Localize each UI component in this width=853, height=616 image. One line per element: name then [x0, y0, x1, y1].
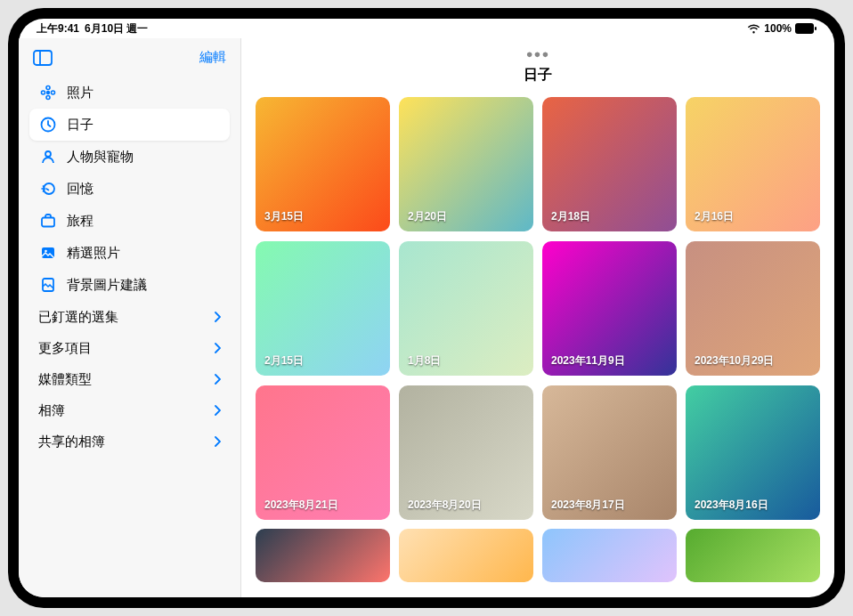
- sidebar-item-photos[interactable]: 照片: [29, 77, 230, 109]
- svg-rect-0: [795, 23, 814, 34]
- sidebar-group-label: 更多項目: [38, 340, 92, 357]
- sidebar-item-label: 背景圖片建議: [67, 277, 147, 294]
- svg-rect-12: [42, 218, 54, 227]
- edit-button[interactable]: 編輯: [199, 49, 226, 66]
- photo-tile[interactable]: 3月15日: [256, 97, 390, 231]
- chevron-right-icon: [214, 310, 221, 325]
- svg-rect-1: [815, 27, 816, 30]
- status-time: 上午9:41: [37, 21, 79, 36]
- photo-tile[interactable]: 2023年8月21日: [256, 385, 390, 520]
- chevron-right-icon: [214, 403, 221, 418]
- photo-tile[interactable]: 2023年8月17日: [542, 385, 677, 520]
- flower-icon: [38, 83, 58, 102]
- wallpaper-icon: [38, 275, 58, 295]
- main-content: ●●● 日子 3月15日 2月20日 2月18日 2月16日 2月15日 1月8…: [241, 38, 834, 597]
- photo-tile[interactable]: 2023年11月9日: [542, 241, 677, 376]
- sidebar-group-more[interactable]: 更多項目: [29, 334, 230, 363]
- sidebar-group-albums[interactable]: 相簿: [29, 396, 230, 426]
- date-label: 1月8日: [408, 353, 441, 369]
- photo-tile[interactable]: [542, 529, 677, 582]
- sidebar-toggle-icon[interactable]: [33, 50, 53, 66]
- sidebar-item-featured[interactable]: 精選照片: [29, 237, 230, 269]
- suitcase-icon: [38, 211, 58, 231]
- date-label: 2023年8月20日: [408, 498, 482, 513]
- sidebar-item-trips[interactable]: 旅程: [29, 205, 230, 237]
- photo-tile[interactable]: [686, 529, 820, 582]
- svg-point-10: [45, 151, 51, 157]
- photo-grid[interactable]: 3月15日 2月20日 2月18日 2月16日 2月15日 1月8日 2023年…: [241, 97, 834, 597]
- sidebar-item-days[interactable]: 日子: [29, 109, 230, 141]
- sidebar-group-label: 媒體類型: [38, 371, 92, 388]
- chevron-right-icon: [214, 341, 221, 356]
- photo-tile[interactable]: [256, 529, 390, 582]
- page-title: 日子: [524, 66, 552, 85]
- sidebar-item-label: 精選照片: [67, 245, 120, 262]
- sidebar-item-label: 回憶: [67, 181, 93, 198]
- sidebar-item-wallpaper[interactable]: 背景圖片建議: [29, 269, 230, 301]
- image-icon: [38, 243, 58, 263]
- chevron-right-icon: [214, 372, 221, 387]
- date-label: 2月15日: [264, 353, 304, 369]
- sidebar: 編輯 照片 日子: [19, 38, 241, 597]
- date-label: 2023年11月9日: [551, 353, 625, 369]
- more-icon[interactable]: ●●●: [526, 47, 550, 61]
- photo-tile[interactable]: 2023年8月20日: [399, 385, 533, 520]
- photo-tile[interactable]: 2月15日: [256, 241, 390, 376]
- date-label: 2月20日: [408, 209, 447, 224]
- svg-point-7: [42, 91, 45, 94]
- date-label: 3月15日: [264, 209, 304, 224]
- status-battery-text: 100%: [764, 22, 792, 35]
- app-container: 編輯 照片 日子: [19, 38, 834, 597]
- photo-tile[interactable]: 1月8日: [399, 241, 533, 376]
- status-date: 6月10日 週一: [85, 21, 148, 36]
- date-label: 2月18日: [551, 209, 590, 224]
- sidebar-group-label: 已釘選的選集: [38, 309, 118, 326]
- svg-point-6: [46, 96, 50, 100]
- svg-point-8: [52, 91, 55, 94]
- photo-tile[interactable]: 2023年10月29日: [686, 241, 820, 376]
- date-label: 2023年8月17日: [551, 498, 625, 513]
- person-icon: [38, 147, 58, 166]
- clock-icon: [38, 115, 58, 134]
- svg-point-14: [45, 250, 47, 253]
- sidebar-group-media-types[interactable]: 媒體類型: [29, 365, 230, 394]
- chevron-right-icon: [214, 434, 221, 450]
- main-header: ●●● 日子: [241, 38, 834, 97]
- battery-icon: [795, 23, 816, 34]
- photo-tile[interactable]: [399, 529, 533, 582]
- svg-point-4: [46, 91, 50, 94]
- photo-tile[interactable]: 2月20日: [399, 97, 533, 231]
- photo-tile[interactable]: 2023年8月16日: [686, 385, 820, 520]
- wifi-icon: [747, 24, 760, 34]
- date-label: 2023年8月21日: [264, 498, 338, 513]
- sidebar-item-label: 人物與寵物: [67, 149, 134, 166]
- status-bar: 上午9:41 6月10日 週一 100%: [19, 19, 834, 38]
- photo-tile[interactable]: 2月16日: [686, 97, 820, 231]
- sidebar-item-label: 旅程: [67, 213, 93, 230]
- date-label: 2023年8月16日: [695, 498, 768, 513]
- ipad-frame: 上午9:41 6月10日 週一 100% 編輯: [8, 8, 845, 608]
- sidebar-group-shared-albums[interactable]: 共享的相簿: [29, 427, 230, 457]
- sidebar-group-label: 共享的相簿: [38, 434, 105, 450]
- svg-point-5: [46, 86, 50, 90]
- sidebar-item-memories[interactable]: 回憶: [29, 173, 230, 205]
- sidebar-group-pinned[interactable]: 已釘選的選集: [29, 303, 230, 332]
- memories-icon: [38, 179, 58, 199]
- date-label: 2023年10月29日: [695, 353, 774, 369]
- sidebar-item-people-pets[interactable]: 人物與寵物: [29, 141, 230, 173]
- date-label: 2月16日: [695, 209, 734, 224]
- svg-rect-2: [34, 51, 52, 65]
- screen: 上午9:41 6月10日 週一 100% 編輯: [19, 19, 834, 597]
- photo-tile[interactable]: 2月18日: [542, 97, 677, 231]
- sidebar-item-label: 日子: [67, 117, 93, 134]
- sidebar-item-label: 照片: [67, 85, 93, 101]
- sidebar-group-label: 相簿: [38, 402, 65, 419]
